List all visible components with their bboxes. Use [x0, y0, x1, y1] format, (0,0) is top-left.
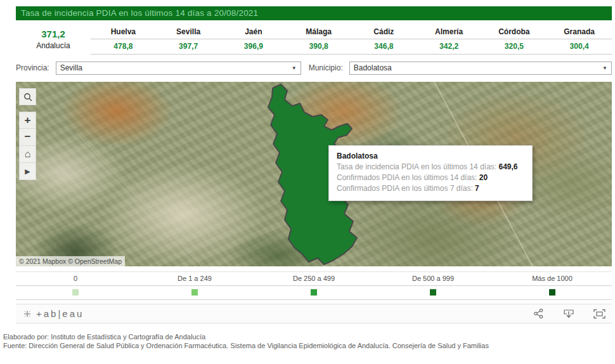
province-header: Sevilla	[156, 25, 221, 39]
tooltip-value: 20	[479, 173, 488, 182]
province-header: Córdoba	[482, 25, 547, 39]
tableau-logo[interactable]: +ab|eau	[22, 308, 84, 319]
province-header: Málaga	[286, 25, 351, 39]
chevron-down-icon: ▼	[602, 65, 607, 71]
map-zoom-group: + − ⌂ ▶	[19, 112, 36, 180]
province-header: Granada	[547, 25, 612, 39]
provincia-selected-value: Sevilla	[60, 63, 82, 72]
footer-fuente: Fuente: Dirección General de Salud Públi…	[3, 341, 615, 350]
satellite-map[interactable]: + − ⌂ ▶ Badolatosa Tasa de incidencia PD…	[16, 82, 612, 266]
color-legend: 0 De 1 a 249 De 250 a 499 De 500 a 999 M…	[16, 271, 612, 300]
province-col-jaen: Jaén 396,9	[221, 25, 287, 55]
zoom-out-button[interactable]: −	[19, 129, 36, 146]
legend-swatch-3[interactable]	[430, 289, 436, 296]
province-value: 397,7	[156, 39, 221, 55]
legend-label-2: De 250 a 499	[254, 272, 373, 286]
municipio-label: Municipio:	[309, 63, 343, 72]
tableau-wordmark: +ab|eau	[36, 308, 84, 319]
tooltip-row-confirmados-14: Confirmados PDIA en los últimos 14 días:…	[337, 172, 524, 183]
tooltip-row-tasa: Tasa de incidencia PDIA en los últimos 1…	[337, 162, 524, 172]
share-button[interactable]	[533, 308, 544, 319]
tableau-toolbar: +ab|eau	[16, 304, 612, 323]
road-line	[76, 133, 225, 266]
map-controls: + − ⌂ ▶	[19, 88, 36, 180]
province-header: Cádiz	[351, 25, 417, 39]
region-value: 371,2	[16, 29, 91, 39]
fullscreen-icon	[593, 309, 605, 319]
legend-label-1: De 1 a 249	[135, 272, 254, 286]
legend-swatches	[16, 286, 612, 300]
legend-swatch-4[interactable]	[549, 289, 555, 296]
legend-labels: 0 De 1 a 249 De 250 a 499 De 500 a 999 M…	[16, 272, 612, 286]
province-col-sevilla: Sevilla 397,7	[156, 25, 221, 55]
province-value: 478,8	[91, 39, 156, 55]
tooltip-row-confirmados-7: Confirmados PDIA en los últimos 7 días: …	[337, 183, 524, 194]
legend-swatch-0[interactable]	[72, 289, 79, 296]
legend-swatch-2[interactable]	[311, 289, 317, 296]
search-icon	[23, 93, 32, 101]
legend-label-4: Más de 1000	[493, 272, 612, 286]
province-col-almeria: Almería 342,2	[417, 25, 482, 55]
tooltip-title: Badolatosa	[337, 152, 524, 160]
tooltip-label: Confirmados PDIA en los últimos 14 días:	[337, 173, 479, 182]
tooltip-value: 7	[475, 184, 479, 193]
tableau-logo-icon	[22, 309, 32, 319]
province-value: 320,5	[482, 39, 547, 55]
province-col-cadiz: Cádiz 346,8	[351, 25, 417, 55]
legend-label-3: De 500 a 999	[373, 272, 493, 286]
province-header: Huelva	[91, 25, 156, 39]
legend-swatch-1[interactable]	[191, 289, 198, 296]
zoom-in-button[interactable]: +	[19, 112, 36, 129]
province-value: 396,9	[221, 39, 287, 55]
province-header: Jaén	[221, 25, 287, 39]
tooltip-label: Confirmados PDIA en los últimos 7 días:	[337, 184, 475, 193]
province-table: Huelva 478,8 Sevilla 397,7 Jaén 396,9 Má…	[91, 25, 612, 55]
fullscreen-button[interactable]	[593, 308, 605, 319]
province-col-huelva: Huelva 478,8	[91, 25, 156, 55]
footer-elaborado: Elaborado por: Instituto de Estadística …	[3, 332, 615, 341]
map-attribution[interactable]: © 2021 Mapbox © OpenStreetMap	[16, 256, 125, 266]
home-button[interactable]: ⌂	[19, 146, 36, 163]
share-icon	[533, 308, 544, 319]
dashboard-title: Tasa de incidencia PDIA en los últimos 1…	[16, 6, 612, 20]
provincia-label: Provincia:	[16, 63, 49, 72]
province-value: 390,8	[286, 39, 351, 55]
chevron-down-icon: ▼	[292, 65, 297, 71]
provincia-select[interactable]: Sevilla ▼	[56, 62, 301, 75]
province-col-cordoba: Córdoba 320,5	[482, 25, 547, 55]
map-search-button[interactable]	[19, 88, 36, 105]
download-button[interactable]	[563, 308, 574, 319]
map-tooltip: Badolatosa Tasa de incidencia PDIA en lo…	[328, 145, 533, 201]
municipio-selected-value: Badolatosa	[354, 63, 392, 72]
province-value: 346,8	[351, 39, 417, 55]
pan-mode-button[interactable]: ▶	[19, 163, 36, 180]
province-col-granada: Granada 300,4	[547, 25, 612, 55]
region-name: Andalucía	[16, 41, 91, 50]
region-summary: 371,2 Andalucía	[16, 25, 91, 55]
province-value: 300,4	[547, 39, 612, 55]
legend-label-0: 0	[16, 272, 135, 286]
footer-credits: Elaborado por: Instituto de Estadística …	[3, 332, 615, 350]
tooltip-label: Tasa de incidencia PDIA en los últimos 1…	[337, 162, 498, 171]
download-icon	[563, 308, 574, 319]
province-header: Almería	[417, 25, 482, 39]
tableau-actions	[533, 308, 605, 319]
municipio-select[interactable]: Badolatosa ▼	[349, 62, 612, 75]
tooltip-value: 649,6	[498, 162, 517, 171]
province-value: 342,2	[417, 39, 482, 55]
province-col-malaga: Málaga 390,8	[286, 25, 351, 55]
filters-row: Provincia: Sevilla ▼ Municipio: Badolato…	[16, 61, 612, 75]
summary-strip: 371,2 Andalucía Huelva 478,8 Sevilla 397…	[16, 25, 612, 55]
